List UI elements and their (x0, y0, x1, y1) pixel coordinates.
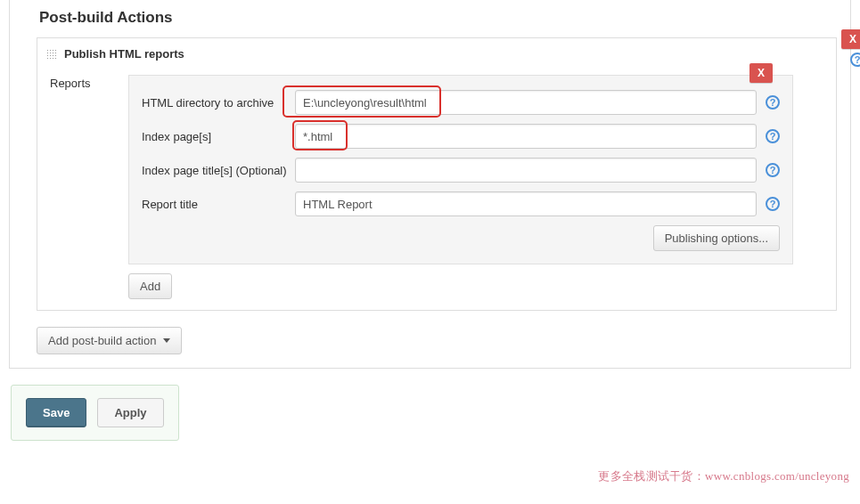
index-titles-label: Index page title[s] (Optional) (142, 164, 295, 177)
post-build-actions-section: Post-build Actions X ? Publish HTML repo… (9, 0, 851, 369)
delete-report-button[interactable]: X (749, 63, 773, 83)
publish-html-reports-block: X ? Publish HTML reports Reports X (37, 37, 837, 311)
index-titles-input[interactable] (295, 158, 757, 183)
block-header: Publish HTML reports (37, 38, 836, 68)
save-button[interactable]: Save (26, 398, 86, 427)
footer-actions: Save Apply (11, 385, 179, 441)
reports-label: Reports (50, 75, 128, 299)
help-icon: ? (766, 163, 780, 177)
chevron-down-icon (163, 338, 170, 343)
drag-handle-icon[interactable] (46, 49, 57, 60)
help-icon: ? (766, 197, 780, 211)
watermark-text: 更多全栈测试干货：www.cnblogs.com/uncleyong (598, 468, 849, 484)
add-report-button[interactable]: Add (128, 273, 172, 299)
section-title: Post-build Actions (23, 0, 837, 37)
delete-block-button[interactable]: X (841, 29, 860, 49)
help-icon: ? (766, 95, 780, 110)
add-post-build-action-button[interactable]: Add post-build action (37, 327, 182, 354)
add-post-build-action-label: Add post-build action (48, 334, 156, 347)
apply-button[interactable]: Apply (97, 398, 163, 427)
index-pages-input[interactable] (295, 124, 757, 149)
reports-area: X HTML directory to archive ? Index page… (128, 75, 793, 299)
close-icon: X (749, 63, 773, 83)
publishing-options-button[interactable]: Publishing options... (653, 225, 780, 251)
report-title-label: Report title (142, 198, 295, 211)
help-index-pages[interactable]: ? (766, 129, 780, 143)
help-report-title[interactable]: ? (766, 197, 780, 211)
report-config-box: X HTML directory to archive ? Index page… (128, 75, 793, 264)
report-title-input[interactable] (295, 191, 757, 216)
html-dir-label: HTML directory to archive (142, 96, 295, 110)
help-icon: ? (850, 53, 860, 67)
html-dir-input[interactable] (295, 90, 757, 115)
help-block-button[interactable]: ? (850, 53, 860, 67)
index-pages-label: Index page[s] (142, 130, 295, 143)
help-html-dir[interactable]: ? (766, 95, 780, 110)
block-title: Publish HTML reports (64, 47, 184, 61)
help-icon: ? (766, 129, 780, 143)
help-index-titles[interactable]: ? (766, 163, 780, 177)
close-icon: X (841, 29, 860, 49)
